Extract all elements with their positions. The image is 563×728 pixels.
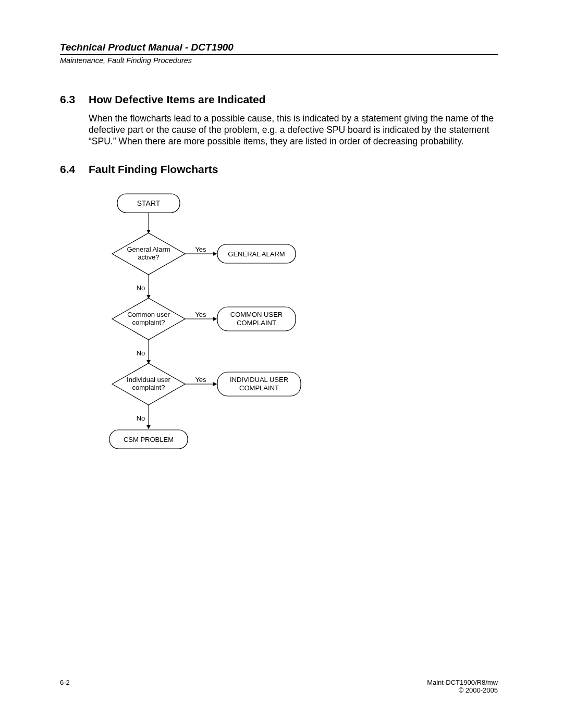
no-label: No <box>137 414 145 422</box>
decision-text: Common user <box>127 311 170 318</box>
section-title: How Defective Items are Indicated <box>89 93 266 106</box>
start-label: START <box>137 199 161 207</box>
yes-label: Yes <box>195 245 206 253</box>
yes-label: Yes <box>195 311 206 318</box>
section-6-4: 6.4 Fault Finding Flowcharts START Gener… <box>60 163 498 473</box>
section-number: 6.4 <box>60 163 89 176</box>
page-footer: 6-2 Maint-DCT1900/R8/mw © 2000-2005 <box>60 678 498 694</box>
result-label: INDIVIDUAL USER <box>230 376 288 384</box>
no-label: No <box>137 284 145 292</box>
end-label: CSM PROBLEM <box>124 436 174 443</box>
header-rule <box>60 54 498 55</box>
decision-text: complaint? <box>132 384 165 391</box>
result-label: GENERAL ALARM <box>228 250 285 258</box>
section-title: Fault Finding Flowcharts <box>89 163 218 176</box>
manual-subtitle: Maintenance, Fault Finding Procedures <box>60 56 498 65</box>
doc-code: Maint-DCT1900/R8/mw <box>427 678 498 686</box>
decision-text: active? <box>138 253 159 261</box>
result-label: COMPLAINT <box>237 319 276 327</box>
result-label: COMMON USER <box>230 311 283 318</box>
no-label: No <box>137 349 145 357</box>
section-body: When the flowcharts lead to a possible c… <box>89 113 500 147</box>
decision-text: Individual user <box>127 376 170 384</box>
decision-text: General Alarm <box>127 245 170 253</box>
page-number: 6-2 <box>60 678 70 694</box>
yes-label: Yes <box>195 376 206 384</box>
copyright: © 2000-2005 <box>427 686 498 694</box>
manual-title: Technical Product Manual - DCT1900 <box>60 42 498 53</box>
page-content: Technical Product Manual - DCT1900 Maint… <box>60 42 498 473</box>
flowchart: START General Alarm active? Yes GENERAL … <box>89 191 498 473</box>
decision-text: complaint? <box>132 318 165 326</box>
section-number: 6.3 <box>60 93 89 106</box>
flowchart-svg: START General Alarm active? Yes GENERAL … <box>89 191 308 473</box>
result-label: COMPLAINT <box>239 384 279 392</box>
section-6-3: 6.3 How Defective Items are Indicated Wh… <box>60 93 498 147</box>
